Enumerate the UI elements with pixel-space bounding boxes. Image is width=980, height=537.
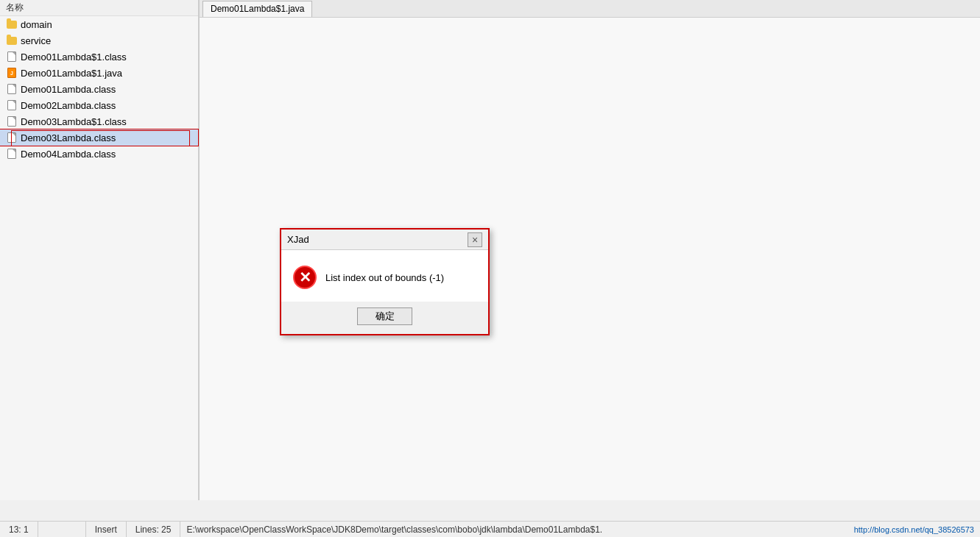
error-icon: ✕ — [293, 266, 317, 289]
class-file-icon — [6, 115, 18, 127]
tree-item-label: Demo02Lambda.class — [21, 100, 116, 111]
status-path: E:\workspace\OpenClassWorkSpace\JDK8Demo… — [180, 524, 847, 535]
tree-item-demo02lambda-class[interactable]: Demo02Lambda.class — [0, 97, 198, 113]
status-mode: Insert — [86, 522, 127, 537]
dialog-close-button[interactable]: × — [468, 232, 482, 247]
status-lines: Lines: 25 — [127, 522, 181, 537]
sidebar-header-label: 名称 — [6, 1, 24, 14]
tree-item-demo01lambda1-class[interactable]: Demo01Lambda$1.class — [0, 49, 198, 65]
class-file-icon — [6, 132, 18, 143]
status-empty — [38, 522, 86, 537]
tree-item-demo04lambda-class[interactable]: Demo04Lambda.class — [0, 146, 198, 162]
tree-item-label: Demo04Lambda.class — [21, 149, 116, 160]
dialog-footer: 确定 — [281, 302, 488, 334]
tree-item-demo03lambda-class[interactable]: Demo03Lambda.class — [0, 129, 198, 146]
dialog-title: XJad — [287, 234, 309, 245]
editor-tab-bar: Demo01Lambda$1.java — [200, 0, 980, 18]
tree-item-label: domain — [21, 19, 52, 30]
sidebar-header: 名称 — [0, 0, 198, 16]
xjad-dialog[interactable]: XJad × ✕ List index out of bounds (-1) 确… — [280, 228, 490, 335]
tree-item-demo01lambda-class[interactable]: Demo01Lambda.class — [0, 81, 198, 97]
folder-icon — [6, 35, 18, 46]
tree-item-label: Demo01Lambda$1.java — [21, 68, 122, 79]
class-file-icon — [6, 51, 18, 63]
class-file-icon — [6, 83, 18, 95]
close-icon: × — [472, 234, 478, 246]
tree-item-label: Demo01Lambda.class — [21, 84, 116, 95]
tree-item-domain[interactable]: domain — [0, 16, 198, 32]
dialog-message: List index out of bounds (-1) — [325, 272, 444, 283]
class-file-icon — [6, 99, 18, 111]
tree-item-label: Demo03Lambda$1.class — [21, 116, 127, 127]
class-file-icon — [6, 148, 18, 160]
status-bar: 13: 1 Insert Lines: 25 E:\workspace\Open… — [0, 521, 980, 537]
tree-item-label: Demo01Lambda$1.class — [21, 51, 127, 63]
tree-item-service[interactable]: service — [0, 32, 198, 49]
tree-item-label: Demo03Lambda.class — [21, 132, 116, 143]
tree-item-demo03lambda1-class[interactable]: Demo03Lambda$1.class — [0, 113, 198, 129]
file-tree-items: domainserviceDemo01Lambda$1.classJDemo01… — [0, 16, 198, 162]
java-file-icon: J — [6, 67, 18, 79]
tree-item-label: service — [21, 35, 51, 46]
folder-icon — [6, 18, 18, 30]
status-website: http://blog.csdn.net/qq_38526573 — [848, 525, 980, 534]
dialog-titlebar: XJad × — [281, 230, 488, 250]
dialog-body: ✕ List index out of bounds (-1) — [281, 250, 488, 302]
file-tree: 名称 domainserviceDemo01Lambda$1.classJDem… — [0, 0, 199, 500]
editor-tab[interactable]: Demo01Lambda$1.java — [202, 1, 312, 17]
tree-item-demo01lambda1-java[interactable]: JDemo01Lambda$1.java — [0, 65, 198, 81]
ok-button[interactable]: 确定 — [357, 307, 412, 325]
editor-tab-label: Demo01Lambda$1.java — [211, 4, 304, 14]
status-position: 13: 1 — [0, 522, 38, 537]
